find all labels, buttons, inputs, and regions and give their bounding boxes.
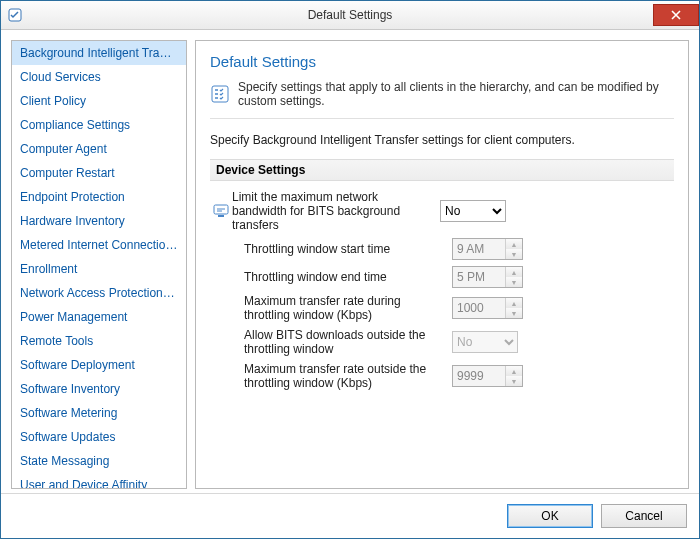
- dialog-window: Default Settings Background Intelligent …: [0, 0, 700, 539]
- spinner-down-icon: ▼: [506, 308, 522, 318]
- setting-label: Allow BITS downloads outside the throttl…: [232, 328, 452, 356]
- setting-rate-out: Maximum transfer rate outside the thrott…: [210, 359, 674, 393]
- rate-out-value: [453, 366, 505, 386]
- app-icon: [7, 7, 23, 23]
- ok-button[interactable]: OK: [507, 504, 593, 528]
- allow-outside-select: YesNo: [452, 331, 518, 353]
- network-icon: [210, 202, 232, 220]
- close-button[interactable]: [653, 4, 699, 26]
- checklist-icon: [210, 84, 230, 104]
- titlebar: Default Settings: [1, 1, 699, 30]
- sidebar-item[interactable]: Software Inventory: [12, 377, 186, 401]
- start-time-value: [453, 239, 505, 259]
- sidebar-item[interactable]: Metered Internet Connections: [12, 233, 186, 257]
- limit-bandwidth-select[interactable]: YesNo: [440, 200, 506, 222]
- rate-out-spinner: ▲▼: [452, 365, 523, 387]
- spinner-up-icon: ▲: [506, 267, 522, 277]
- setting-label: Throttling window end time: [232, 270, 452, 284]
- sidebar-item[interactable]: Computer Agent: [12, 137, 186, 161]
- sidebar-item[interactable]: User and Device Affinity: [12, 473, 186, 489]
- setting-limit-bandwidth: Limit the maximum network bandwidth for …: [210, 187, 674, 235]
- sidebar-item[interactable]: Computer Restart: [12, 161, 186, 185]
- start-time-spinner: ▲▼: [452, 238, 523, 260]
- setting-label: Limit the maximum network bandwidth for …: [232, 190, 440, 232]
- settings-list: Limit the maximum network bandwidth for …: [210, 187, 674, 393]
- spinner-up-icon: ▲: [506, 366, 522, 376]
- rate-in-value: [453, 298, 505, 318]
- spinner-down-icon: ▼: [506, 249, 522, 259]
- sidebar-item[interactable]: Power Management: [12, 305, 186, 329]
- sidebar-item[interactable]: Software Deployment: [12, 353, 186, 377]
- cancel-button[interactable]: Cancel: [601, 504, 687, 528]
- rate-in-spinner: ▲▼: [452, 297, 523, 319]
- setting-label: Maximum transfer rate outside the thrott…: [232, 362, 452, 390]
- client-area: Background Intelligent TransferCloud Ser…: [1, 30, 699, 493]
- end-time-spinner: ▲▼: [452, 266, 523, 288]
- category-sidebar[interactable]: Background Intelligent TransferCloud Ser…: [11, 40, 187, 489]
- spinner-up-icon: ▲: [506, 298, 522, 308]
- setting-end-time: Throttling window end time ▲▼: [210, 263, 674, 291]
- description-row: Specify settings that apply to all clien…: [210, 80, 674, 108]
- group-header: Device Settings: [210, 159, 674, 181]
- spinner-down-icon: ▼: [506, 376, 522, 386]
- spinner-down-icon: ▼: [506, 277, 522, 287]
- sidebar-item[interactable]: Background Intelligent Transfer: [12, 41, 186, 65]
- window-title: Default Settings: [1, 8, 699, 22]
- sidebar-item[interactable]: Client Policy: [12, 89, 186, 113]
- sidebar-item[interactable]: Software Metering: [12, 401, 186, 425]
- end-time-value: [453, 267, 505, 287]
- sidebar-item[interactable]: Cloud Services: [12, 65, 186, 89]
- setting-start-time: Throttling window start time ▲▼: [210, 235, 674, 263]
- sidebar-item[interactable]: State Messaging: [12, 449, 186, 473]
- setting-label: Maximum transfer rate during throttling …: [232, 294, 452, 322]
- spinner-up-icon: ▲: [506, 239, 522, 249]
- sidebar-item[interactable]: Software Updates: [12, 425, 186, 449]
- sidebar-item[interactable]: Endpoint Protection: [12, 185, 186, 209]
- svg-rect-3: [218, 215, 224, 217]
- description-text: Specify settings that apply to all clien…: [238, 80, 674, 108]
- sidebar-item[interactable]: Remote Tools: [12, 329, 186, 353]
- section-intro: Specify Background Intelligent Transfer …: [210, 133, 674, 147]
- close-icon: [671, 10, 681, 20]
- sidebar-item[interactable]: Network Access Protection (NAP): [12, 281, 186, 305]
- sidebar-item[interactable]: Compliance Settings: [12, 113, 186, 137]
- page-heading: Default Settings: [210, 53, 674, 70]
- setting-rate-in: Maximum transfer rate during throttling …: [210, 291, 674, 325]
- dialog-footer: OK Cancel: [1, 493, 699, 538]
- separator: [210, 118, 674, 119]
- setting-allow-outside: Allow BITS downloads outside the throttl…: [210, 325, 674, 359]
- main-panel: Default Settings Specify settings that a…: [195, 40, 689, 489]
- setting-label: Throttling window start time: [232, 242, 452, 256]
- sidebar-item[interactable]: Enrollment: [12, 257, 186, 281]
- sidebar-item[interactable]: Hardware Inventory: [12, 209, 186, 233]
